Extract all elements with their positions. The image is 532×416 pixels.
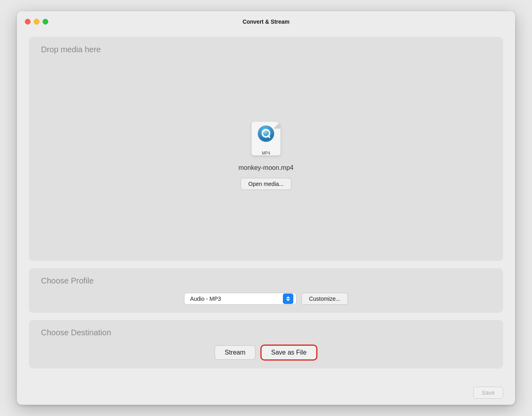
stream-button[interactable]: Stream bbox=[215, 345, 256, 360]
minimize-button[interactable] bbox=[34, 19, 39, 24]
save-button[interactable]: Save bbox=[473, 387, 503, 399]
traffic-lights bbox=[25, 19, 48, 24]
file-icon-wrapper: MP4 bbox=[250, 122, 282, 158]
drop-content: MP4 monkey-moon.mp4 Open media... bbox=[41, 62, 491, 253]
main-window: Convert & Stream Drop media here bbox=[17, 11, 515, 405]
profile-section-title: Choose Profile bbox=[41, 276, 491, 285]
window-title: Convert & Stream bbox=[243, 18, 290, 25]
profile-section: Choose Profile Audio - MP3 Video - H.264… bbox=[29, 268, 503, 313]
profile-controls: Audio - MP3 Video - H.264 + MP3 (MP4) Vi… bbox=[41, 293, 491, 305]
profile-select[interactable]: Audio - MP3 Video - H.264 + MP3 (MP4) Vi… bbox=[184, 293, 297, 305]
drop-media-title: Drop media here bbox=[41, 45, 491, 54]
file-icon-label: MP4 bbox=[262, 151, 270, 155]
profile-select-wrapper: Audio - MP3 Video - H.264 + MP3 (MP4) Vi… bbox=[184, 293, 297, 305]
file-name: monkey-moon.mp4 bbox=[239, 164, 294, 171]
drop-media-section: Drop media here bbox=[29, 37, 503, 261]
destination-controls: Stream Save as File bbox=[41, 345, 491, 361]
destination-section: Choose Destination Stream Save as File bbox=[29, 320, 503, 369]
quicktime-icon bbox=[257, 125, 275, 143]
window-footer: Save bbox=[17, 381, 515, 405]
fullscreen-button[interactable] bbox=[43, 19, 48, 24]
title-bar: Convert & Stream bbox=[17, 11, 515, 32]
save-as-file-button[interactable]: Save as File bbox=[260, 345, 317, 361]
close-button[interactable] bbox=[25, 19, 31, 24]
customize-button[interactable]: Customize... bbox=[301, 293, 348, 305]
window-content: Drop media here bbox=[17, 32, 515, 381]
destination-section-title: Choose Destination bbox=[41, 328, 491, 337]
file-icon: MP4 bbox=[250, 122, 282, 158]
svg-point-0 bbox=[258, 126, 274, 142]
open-media-button[interactable]: Open media... bbox=[241, 178, 291, 190]
